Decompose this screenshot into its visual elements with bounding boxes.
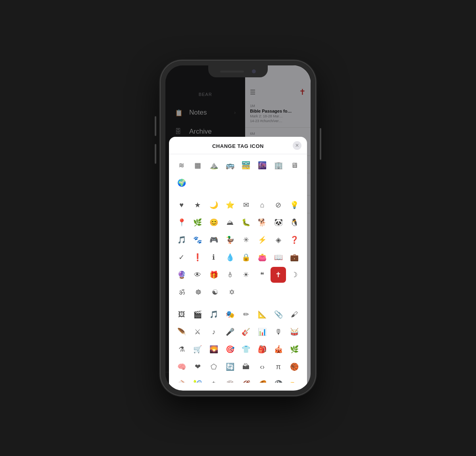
icon-guitar[interactable]: 🎸 [238, 324, 254, 340]
icon-heart-health[interactable]: ❤ [190, 359, 205, 375]
icon-cross[interactable]: ✝ [271, 267, 286, 283]
icon-sun[interactable]: ☀ [238, 267, 254, 283]
icon-drum[interactable]: 🥁 [287, 324, 302, 340]
icon-paperclip[interactable]: 📎 [271, 307, 286, 322]
icon-mail[interactable]: ✉ [238, 197, 254, 213]
icon-cell[interactable]: 🌆 [255, 157, 270, 173]
icon-landscape[interactable]: 🌄 [206, 341, 222, 357]
phone-screen: BEAR 📋 Notes › 🗄 Archive 🗑 Trash 🏷 pers [165, 65, 311, 391]
icon-billiard[interactable]: 🎱 [271, 376, 286, 383]
icon-swords[interactable]: ⚔ [190, 324, 205, 340]
icon-film[interactable]: 🎬 [190, 307, 205, 322]
icon-info[interactable]: ℹ [206, 249, 222, 265]
icon-dog[interactable]: 🐕 [255, 215, 270, 230]
icon-cell[interactable]: 🚟 [238, 157, 254, 173]
icon-tennis[interactable]: 🎾 [190, 376, 205, 383]
icon-gamepad[interactable]: 🎮 [206, 232, 222, 248]
volume-down-button[interactable] [155, 144, 156, 164]
volume-up-button[interactable] [155, 116, 156, 136]
icon-swim[interactable]: 🏊 [287, 376, 302, 383]
icon-pentagon[interactable]: ⬠ [206, 359, 222, 375]
icon-image[interactable]: 🖼 [174, 307, 189, 322]
icon-crescent[interactable]: ☽ [287, 267, 302, 283]
icon-bug[interactable]: 🐛 [238, 215, 254, 230]
icon-cart[interactable]: 🛒 [190, 341, 205, 357]
icon-target[interactable]: 🎯 [222, 341, 238, 357]
icon-ruler[interactable]: 📐 [255, 307, 270, 322]
icon-cell[interactable]: ▦ [190, 157, 205, 173]
icon-football[interactable]: 🏈 [238, 376, 254, 383]
icon-pawprint[interactable]: 🐾 [190, 232, 205, 248]
camera [252, 69, 256, 73]
icon-dharma[interactable]: ☸ [190, 284, 206, 300]
icon-microphone[interactable]: 🎙 [271, 324, 286, 340]
icon-panda[interactable]: 🐼 [271, 215, 286, 230]
icon-eye[interactable]: 👁 [190, 267, 205, 283]
icon-pin[interactable]: 📍 [174, 215, 189, 230]
icon-brain[interactable]: 🧠 [174, 359, 189, 375]
icon-book[interactable]: 📖 [271, 249, 286, 265]
icon-question[interactable]: ❓ [287, 232, 302, 248]
icon-bolt[interactable]: ⚡ [255, 232, 270, 248]
icon-rugby[interactable]: 🏉 [255, 376, 270, 383]
icon-feather[interactable]: 🪶 [174, 324, 189, 340]
icon-cell[interactable]: ≋ [174, 157, 189, 173]
icon-mountain2[interactable]: 🏔 [238, 359, 254, 375]
icon-wizard[interactable]: 🔮 [174, 267, 189, 283]
icon-basketball[interactable]: 🏀 [287, 359, 302, 375]
icon-code[interactable]: ‹› [255, 359, 270, 375]
icon-heart[interactable]: ♥ [174, 197, 189, 213]
icon-diamond[interactable]: ◈ [271, 232, 286, 248]
icon-cell-globe[interactable]: 🌍 [174, 175, 190, 191]
icon-duck[interactable]: 🦆 [222, 232, 238, 248]
icon-flask[interactable]: ⚗ [174, 341, 189, 357]
icon-penguin[interactable]: 🐧 [287, 215, 302, 230]
icon-snowflake[interactable]: ✳ [238, 232, 254, 248]
icon-exclaim[interactable]: ❗ [190, 249, 205, 265]
icon-star-david[interactable]: ✡ [224, 284, 240, 300]
icon-music-note[interactable]: 🎵 [174, 232, 189, 248]
icon-puzzle[interactable]: 🎪 [271, 341, 286, 357]
icon-volleyball[interactable]: 🏐 [222, 376, 238, 383]
icon-cell[interactable]: 🚌 [222, 157, 238, 173]
icon-bag[interactable]: 🎒 [255, 341, 270, 357]
icon-music2[interactable]: 🎵 [206, 307, 222, 322]
icon-lock[interactable]: 🔒 [238, 249, 254, 265]
icon-quarter-note[interactable]: ♪ [206, 324, 222, 340]
icon-recycle[interactable]: 🔄 [222, 359, 238, 375]
icon-cannabis[interactable]: 🌿 [287, 341, 302, 357]
power-button[interactable] [320, 128, 321, 160]
icon-bulb[interactable]: 💡 [287, 197, 302, 213]
icon-star[interactable]: ★ [190, 197, 205, 213]
icon-cell[interactable]: ⛰️ [206, 157, 222, 173]
icon-smiley[interactable]: 😊 [206, 215, 222, 230]
icon-cell[interactable]: 🖥 [287, 157, 302, 173]
icon-briefcase[interactable]: 💼 [287, 249, 302, 265]
icon-home[interactable]: ⌂ [255, 197, 270, 213]
icon-gift[interactable]: 🎁 [206, 267, 222, 283]
icon-bars[interactable]: 📊 [255, 324, 270, 340]
icon-om[interactable]: ॐ [174, 284, 190, 300]
icon-check[interactable]: ✓ [174, 249, 189, 265]
icon-yinyang[interactable]: ☯ [207, 284, 223, 300]
icon-moon[interactable]: 🌙 [206, 197, 222, 213]
icon-candle[interactable]: 🕯 [222, 267, 238, 283]
icon-mountain[interactable]: ⛰ [222, 215, 238, 230]
change-tag-icon-modal: CHANGE TAG ICON × ≋ ▦ ⛰️ 🚌 🚟 🌆 🏢 [169, 137, 307, 391]
icon-theater[interactable]: 🎭 [222, 307, 238, 322]
icon-mic[interactable]: 🎤 [222, 324, 238, 340]
icon-paintbrush[interactable]: 🖌 [287, 307, 302, 322]
icon-pencil[interactable]: ✏ [238, 307, 254, 322]
icon-plant[interactable]: 🌿 [190, 215, 205, 230]
icon-quote[interactable]: ❝ [255, 267, 270, 283]
icon-pi[interactable]: π [271, 359, 286, 375]
icon-asterisk[interactable]: ❄ [206, 376, 222, 383]
modal-close-button[interactable]: × [293, 141, 301, 150]
icon-shirt[interactable]: 👕 [238, 341, 254, 357]
icon-wallet[interactable]: 👛 [255, 249, 270, 265]
icon-baseball[interactable]: ⚾ [174, 376, 189, 383]
icon-bookmark[interactable]: ⭐ [222, 197, 238, 213]
icon-no[interactable]: ⊘ [271, 197, 286, 213]
icon-cell[interactable]: 🏢 [271, 157, 286, 173]
icon-drop[interactable]: 💧 [222, 249, 238, 265]
